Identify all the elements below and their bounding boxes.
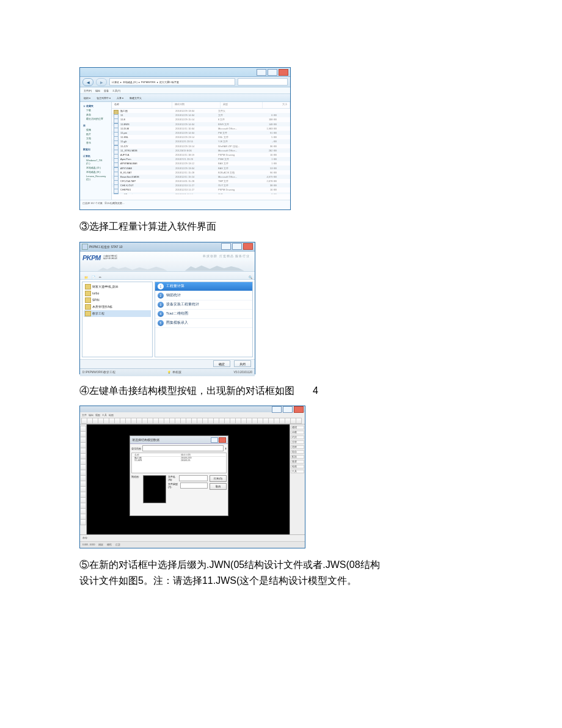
toolbar-icon[interactable]	[296, 418, 302, 424]
module-option[interactable]: 1工程量计算	[155, 282, 252, 291]
crumb-seg[interactable]: 推行大厦1#栋学堂	[159, 81, 179, 84]
menu-item[interactable]: 视图	[95, 414, 100, 417]
table-row[interactable]: BeamSect3.MDB2010/12/11 19:24Microsoft O…	[112, 175, 290, 179]
table-row[interactable]: Apm.Pnm2010/7/21 20:20PNM 文件1 KB	[112, 157, 290, 161]
panel-button[interactable]: 分析	[291, 440, 304, 444]
minimize-button[interactable]	[221, 243, 231, 250]
nav-fwd-button[interactable]: ▶	[96, 78, 107, 86]
nav-back-button[interactable]: ◀	[82, 78, 93, 86]
minimize-button[interactable]	[272, 406, 282, 413]
tree-item[interactable]: 财富大道##栋_副本	[84, 283, 151, 290]
toolbar-item[interactable]: 包含到库中 ▾	[97, 96, 111, 100]
close-button[interactable]	[294, 406, 304, 413]
sidebar-item[interactable]: 最近访问的位置	[81, 117, 110, 121]
toolbar-item[interactable]: 共享 ▾	[117, 96, 123, 100]
sidebar-group[interactable]: ☆ 收藏夹	[81, 104, 110, 108]
table-row[interactable]: 施工图2010/12/29 13:04文件夹	[112, 109, 290, 113]
crumb-seg[interactable]: PKPMWORK	[141, 81, 156, 84]
sidebar-item[interactable]: 视频	[81, 128, 110, 132]
table-row[interactable]: APSPARA.BAS2010/12/29 13:12BAS 文件1 KB	[112, 161, 290, 166]
sidebar-item[interactable]: 文档	[81, 136, 110, 140]
sidebar-item[interactable]: Lenovo_Recovery (Q:)	[81, 174, 110, 181]
table-row[interactable]: 11_STRU.MDB2012/3/19 8:06Microsoft Offic…	[112, 148, 290, 153]
sidebar-group[interactable]: 家庭组	[81, 147, 110, 151]
crumb-seg[interactable]: 计算机	[112, 81, 119, 84]
sidebar-item[interactable]: 本地磁盘 (E:)	[81, 170, 110, 174]
sidebar-item[interactable]: 桌面	[81, 112, 110, 117]
panel-button[interactable]: 结果	[291, 445, 304, 449]
search-input[interactable]	[238, 78, 288, 86]
table-row[interactable]: CHK K.OUT2010/12/13 11:27OUT 文件38 KB	[112, 183, 290, 187]
up-icon[interactable]: ⬆	[225, 447, 227, 450]
table-row[interactable]: B_K5.SAT2010/12/11 15:28B2B-ACIS 文档96 KB	[112, 170, 290, 175]
cancel-button[interactable]: 取消	[210, 483, 227, 490]
panel-button[interactable]: 荷载	[291, 431, 304, 434]
sidebar-item[interactable]: 图片	[81, 132, 110, 136]
sidebar-item[interactable]: 音乐	[81, 140, 110, 145]
table-row[interactable]: 11.BWS2010/12/29 14:04BWS 文件148 KB	[112, 122, 290, 126]
module-option[interactable]: 5图集模板录入	[155, 319, 252, 328]
command-line[interactable]: 命令:	[80, 534, 305, 541]
toolbar-item[interactable]: 新建文件夹	[130, 96, 142, 100]
menu-item[interactable]: 编辑	[89, 414, 93, 417]
table-row[interactable]: 11.yjk2010/12/5 20:55YJK 文件- KB	[112, 139, 290, 144]
lookin-combo[interactable]	[142, 445, 224, 451]
table-row[interactable]: 11.ZJY2010/12/29 13:14WinRAR ZIP 压缩...36…	[112, 144, 290, 148]
menu-item[interactable]: 编辑	[95, 89, 100, 92]
col-name[interactable]: 名称	[112, 102, 172, 108]
ok-button[interactable]: 确定	[213, 360, 230, 367]
module-option[interactable]: 4Tcad二维绘图	[155, 310, 252, 319]
minimize-button[interactable]	[257, 69, 266, 76]
menu-item[interactable]: 绘图	[109, 414, 114, 417]
panel-button[interactable]: 工具	[291, 470, 304, 473]
table-row[interactable]: 11.SNL2010/12/29 23:14SNL 文件5 KB	[112, 135, 290, 139]
panel-button[interactable]: 约束	[291, 435, 304, 439]
toolbar-item[interactable]: 组织 ▾	[84, 96, 90, 100]
panel-button[interactable]: 验算	[291, 460, 304, 464]
close-button[interactable]	[243, 243, 253, 250]
sidebar-item[interactable]: 本地磁盘 (D:)	[81, 166, 110, 170]
close-button[interactable]	[279, 69, 288, 76]
table-row[interactable]: 11.DLM2010/11/11 10:34Microsoft Office..…	[112, 126, 290, 131]
dialog-close-button[interactable]	[219, 437, 226, 443]
search-icon[interactable]: 🔍	[249, 275, 252, 279]
col-date[interactable]: 修改日期	[172, 102, 221, 108]
tree-item[interactable]: SPIN	[84, 297, 151, 304]
module-option[interactable]: 3设备安装工程量统计	[155, 300, 252, 310]
menu-item[interactable]: 文件	[82, 414, 87, 417]
col-type[interactable]: 类型	[221, 102, 263, 108]
breadcrumb[interactable]: 计算机▸ 本地磁盘 (D:)▸ PKPMWORK▸ 推行大厦1#栋学堂	[109, 78, 235, 86]
table-row[interactable]: APXY.BAS2010/12/29 13:04BAS 文件53 KB	[112, 166, 290, 170]
table-row[interactable]: 11.pm2010/12/29 14:04PM 文件91 KB	[112, 131, 290, 135]
sidebar-item[interactable]: Windows7_OS (C:)	[81, 158, 110, 166]
close-button[interactable]: 关闭	[234, 360, 251, 367]
table-row[interactable]: CFCZ1A.TMP2010/11/01 15:28TMP 文件2,078 KB	[112, 179, 290, 183]
menu-item[interactable]: 文件(F)	[84, 89, 92, 92]
panel-button[interactable]: 配筋	[291, 455, 304, 459]
filename-input[interactable]	[179, 475, 208, 481]
table-row[interactable]: CHKPWJ2010/12/13 11:27PKPM Drawing16 KB	[112, 187, 290, 192]
file-row[interactable]: 11.JWS2010/12/5	[133, 459, 225, 462]
table-row[interactable]: AJFT1A2010/11/11 18:19PKPM Drawing16 KB	[112, 153, 290, 157]
menu-item[interactable]: 工具(T)	[112, 89, 120, 92]
table-row[interactable]: 11.82010/12/29 15:148 文件108 KB	[112, 117, 290, 122]
table-row[interactable]: 112010/12/29 14:04文件6 KB	[112, 113, 290, 117]
open-button[interactable]: 打开(O)	[210, 475, 227, 482]
drawing-canvas[interactable]: 请选择结构模型数据 查找范围 ⬆	[87, 424, 290, 534]
sidebar-item[interactable]: 下载	[81, 108, 110, 112]
menu-item[interactable]: 工具	[102, 414, 107, 417]
sidebar-group[interactable]: 计算机	[81, 154, 110, 158]
module-option[interactable]: 2钢筋统计	[155, 291, 252, 300]
col-size[interactable]: 大小	[263, 102, 290, 108]
filetype-combo[interactable]	[180, 482, 208, 489]
maximize-button[interactable]	[283, 406, 293, 413]
file-list[interactable]: 名称 修改日期 施工图2010/12/2911.JWS2010/12/5	[131, 453, 227, 473]
table-row[interactable]: cnsIfPage.ing2010/12/6 11:14文件0 KB	[112, 192, 290, 194]
maximize-button[interactable]	[268, 69, 277, 76]
panel-button[interactable]: 绘图	[291, 465, 304, 468]
menu-item[interactable]: 查看	[104, 89, 109, 92]
panel-button[interactable]: 建模	[291, 426, 304, 429]
dialog-help-button[interactable]	[211, 437, 218, 443]
tree-item[interactable]: 木质管理所A栋	[84, 304, 151, 310]
tree-item[interactable]: turbo	[84, 290, 151, 297]
